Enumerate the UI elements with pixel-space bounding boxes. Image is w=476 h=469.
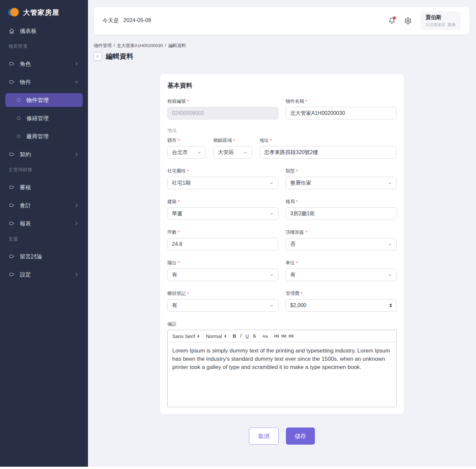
sidebar-item-roles[interactable]: 角色 <box>5 57 83 71</box>
sidebar-item-vendor-mgmt[interactable]: 廠商管理 <box>5 129 83 143</box>
sidebar-item-repair-mgmt[interactable]: 修繕管理 <box>5 111 83 125</box>
basic-info-card: 基本資料 稅籍編號 * 物件名稱 * 地址 <box>160 74 404 414</box>
sidebar-item-dashboard[interactable]: 儀表板 <box>5 24 83 38</box>
notifications-button[interactable] <box>388 17 396 25</box>
editor-font-select[interactable]: Sans Serif <box>172 333 199 339</box>
chevron-down-icon <box>197 150 201 155</box>
editor-size-select[interactable]: Normal <box>206 333 226 339</box>
balcony-select[interactable]: 有 <box>167 269 278 281</box>
label-text: 建築 <box>167 199 177 205</box>
building-select[interactable]: 華廈 <box>167 207 278 220</box>
city-select[interactable]: 台北市 <box>167 146 206 159</box>
back-button[interactable] <box>93 52 102 61</box>
stepper-arrows-icon <box>197 335 199 338</box>
notes-textarea[interactable]: Lorem Ipsum is simply dummy text of the … <box>168 342 396 407</box>
deed-select[interactable]: 有 <box>167 299 278 312</box>
required-mark: * <box>296 260 298 266</box>
area-field[interactable] <box>167 238 278 250</box>
sidebar-section-finance: 主管與財務 <box>5 167 83 173</box>
topbar-actions: 賈伯斯 台北長安店 業務 <box>388 11 461 30</box>
property-name-field[interactable] <box>286 107 397 119</box>
sidebar-item-contracts[interactable]: 契約 <box>5 147 83 161</box>
field-label-property-name: 物件名稱 * <box>286 98 397 104</box>
mgmt-fee-field[interactable]: $2,000 <box>286 299 397 312</box>
select-value: 有 <box>172 302 269 309</box>
save-button[interactable]: 儲存 <box>286 428 315 445</box>
chevron-right-icon <box>74 62 79 66</box>
notification-dot <box>393 16 396 19</box>
stepper-arrows-icon <box>224 335 226 338</box>
size-select-value: Normal <box>206 333 222 339</box>
tag-icon <box>9 61 15 67</box>
layout-field[interactable] <box>286 207 397 220</box>
field-label-deed: 權狀登記 * <box>167 291 278 297</box>
h2-button[interactable]: H2 <box>281 334 286 338</box>
select-value: 有 <box>172 272 269 278</box>
breadcrumb-separator: / <box>114 43 115 49</box>
label-text: 車位 <box>286 260 295 266</box>
brand-logo-icon <box>8 7 19 17</box>
today-prefix: 今天是 <box>102 17 119 24</box>
label-text: 類型 <box>286 168 295 174</box>
user-meta: 台北長安店 業務 <box>426 22 456 28</box>
sidebar-item-label: 角色 <box>20 60 69 68</box>
breadcrumb-item[interactable]: 物件管理 <box>94 43 112 49</box>
bold-button[interactable]: B <box>233 333 236 339</box>
today-value: 2024-05-08 <box>124 17 151 24</box>
label-text: 地址 <box>260 138 269 143</box>
app-window: 大管家房屋 儀表板 物業營運 角色 物件 物件管理 修繕管理 廠商管理 <box>0 0 476 467</box>
select-value: 否 <box>290 241 388 248</box>
chevron-right-icon <box>74 221 79 226</box>
type-select[interactable]: 整層住家 <box>286 177 397 189</box>
breadcrumb-item[interactable]: 北大管家A1H00200030 <box>117 43 163 49</box>
tag-icon <box>9 202 15 209</box>
strikethrough-button[interactable]: S <box>253 333 256 339</box>
text-case-button[interactable]: Aa <box>263 334 268 339</box>
select-value: 有 <box>290 272 388 278</box>
select-value: 社宅1期 <box>172 180 269 187</box>
sidebar-item-settings[interactable]: 設定 <box>5 268 83 281</box>
sidebar: 大管家房屋 儀表板 物業營運 角色 物件 物件管理 修繕管理 廠商管理 <box>0 0 88 467</box>
label-text: 格局 <box>286 199 295 205</box>
sidebar-item-reports[interactable]: 報表 <box>5 217 83 230</box>
bottom-strip <box>0 467 476 469</box>
housing-phase-select[interactable]: 社宅1期 <box>167 177 278 189</box>
form-actions: 取消 儲存 <box>88 428 476 445</box>
address-field[interactable] <box>260 146 397 159</box>
field-label-district: 鄉鎮區域 * <box>213 138 252 143</box>
sidebar-item-review[interactable]: 審核 <box>5 180 83 194</box>
cancel-button[interactable]: 取消 <box>249 428 279 445</box>
user-menu[interactable]: 賈伯斯 台北長安店 業務 <box>420 11 461 30</box>
h1-button[interactable]: H1 <box>274 334 279 338</box>
label-text: 坪數 <box>167 229 177 235</box>
settings-button[interactable] <box>404 17 412 25</box>
underline-button[interactable]: U <box>245 333 249 339</box>
sidebar-item-properties[interactable]: 物件 <box>5 75 83 89</box>
required-mark: * <box>233 138 235 143</box>
chevron-down-icon <box>388 242 392 247</box>
district-select[interactable]: 大安區 <box>213 146 252 159</box>
field-label-tax-id: 稅籍編號 * <box>167 98 278 104</box>
sidebar-item-discussion[interactable]: 留言討論 <box>5 249 83 263</box>
field-label-parking: 車位 * <box>286 260 397 266</box>
tag-icon <box>9 151 15 158</box>
address-group-label: 地址 <box>167 127 397 134</box>
tag-icon <box>9 184 15 191</box>
sidebar-item-accounting[interactable]: 會計 <box>5 198 83 212</box>
tag-icon <box>9 79 15 85</box>
parking-select[interactable]: 有 <box>286 269 397 281</box>
label-text: 頂樓加蓋 <box>286 229 304 235</box>
sidebar-item-property-mgmt[interactable]: 物件管理 <box>5 93 83 107</box>
italic-button[interactable]: I <box>240 333 242 339</box>
user-store: 台北長安店 <box>426 22 445 28</box>
form-section-title: 基本資料 <box>167 81 397 90</box>
sidebar-section-support: 支援 <box>5 236 83 242</box>
sidebar-item-label: 審核 <box>20 184 79 191</box>
stepper-arrows-icon[interactable] <box>389 303 392 307</box>
today-date: 今天是 2024-05-08 <box>102 17 151 24</box>
rooftop-select[interactable]: 否 <box>286 238 397 250</box>
required-mark: * <box>301 291 302 296</box>
label-text: 社宅屬性 <box>167 168 186 174</box>
h3-button[interactable]: H3 <box>289 334 294 338</box>
brand-name: 大管家房屋 <box>23 8 59 17</box>
